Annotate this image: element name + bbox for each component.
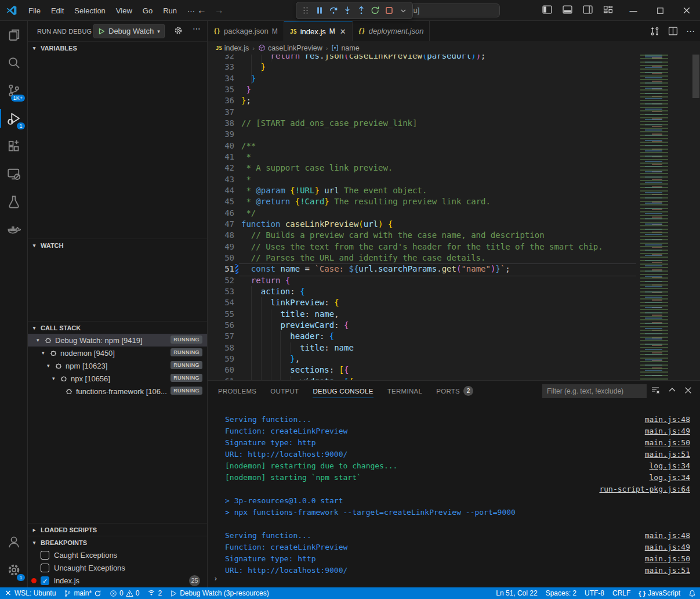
forward-arrow-icon[interactable]: → [215, 5, 224, 16]
code-line-35[interactable]: 35 } [208, 84, 700, 95]
code-line-47[interactable]: 47function caseLinkPreview(url) { [208, 219, 700, 230]
indentation[interactable]: Spaces: 2 [542, 587, 581, 599]
code-line-61[interactable]: 61 widgets: [{ [208, 376, 700, 380]
toggle-sidebar-icon[interactable] [542, 5, 552, 16]
activity-bar-run-and-debug[interactable]: 1 [0, 104, 28, 132]
code-line-32[interactable]: 32 return res.json(caseLinkPreview(parse… [208, 55, 700, 62]
debug-status[interactable]: Debug Watch (3p-resources) [166, 587, 273, 599]
clear-console-icon[interactable] [651, 385, 660, 397]
minimap[interactable] [638, 55, 691, 380]
source-link[interactable]: main.js:48 [645, 530, 690, 542]
minimize-button[interactable]: — [620, 0, 647, 21]
code-line-38[interactable]: 38// [START add_ons_case_preview_link] [208, 118, 700, 129]
call-stack-row[interactable]: functions-framework [106...RUNNING [28, 385, 207, 398]
code-line-56[interactable]: 56 previewCard: { [208, 320, 700, 331]
code-line-53[interactable]: 53 action: { [208, 286, 700, 297]
step-into-button[interactable] [340, 3, 354, 18]
code-line-49[interactable]: 49 // Uses the text from the card's head… [208, 241, 700, 252]
activity-bar-testing[interactable] [0, 188, 28, 216]
customize-layout-icon[interactable] [603, 5, 613, 16]
step-out-button[interactable] [354, 3, 368, 18]
expand-chevron-icon[interactable]: ▾ [47, 363, 55, 369]
expand-chevron-icon[interactable]: ▾ [37, 337, 44, 343]
step-over-button[interactable] [327, 3, 340, 18]
close-panel-icon[interactable] [684, 386, 692, 396]
code-line-42[interactable]: 42 * A support case link preview. [208, 163, 700, 174]
code-line-55[interactable]: 55 title: name, [208, 309, 700, 320]
code-line-48[interactable]: 48 // Builds a preview card with the cas… [208, 230, 700, 241]
code-line-33[interactable]: 33 } [208, 62, 700, 73]
language-mode[interactable]: { }JavaScript [634, 587, 684, 599]
maximize-panel-icon[interactable] [668, 386, 676, 396]
activity-bar-source-control[interactable]: 1K+ [0, 77, 28, 104]
activity-bar-extensions[interactable] [0, 132, 28, 160]
code-line-50[interactable]: 50 // Parses the URL and identify the ca… [208, 252, 700, 264]
console-filter-input[interactable] [542, 384, 647, 398]
code-line-52[interactable]: 52 return { [208, 275, 700, 286]
breadcrumb-item[interactable]: name [341, 44, 359, 52]
pause-button[interactable] [313, 3, 327, 18]
menu-edit[interactable]: Edit [46, 4, 69, 17]
menu-file[interactable]: File [23, 4, 46, 17]
problems-status[interactable]: 00 [106, 587, 143, 599]
menu-run[interactable]: Run [158, 4, 182, 17]
call-stack-row[interactable]: ▾Debug Watch: npm [9419]RUNNING [28, 334, 207, 347]
source-link[interactable]: main.js:49 [645, 425, 690, 437]
code-editor[interactable]: 32 return res.json(caseLinkPreview(parse… [208, 55, 700, 380]
variables-section-header[interactable]: ▾VARIABLES [28, 41, 207, 54]
source-link[interactable]: log.js:34 [650, 472, 690, 483]
tab-package.json[interactable]: {}package.jsonM [208, 21, 284, 41]
compare-changes-icon[interactable] [650, 26, 660, 37]
source-link[interactable]: main.js:51 [645, 565, 690, 576]
cursor-position[interactable]: Ln 51, Col 22 [492, 587, 541, 599]
code-line-59[interactable]: 59 }, [208, 353, 700, 365]
watch-section-header[interactable]: ▾WATCH [28, 239, 207, 251]
maximize-button[interactable] [647, 0, 673, 21]
menu-selection[interactable]: Selection [69, 4, 110, 17]
activity-bar-remote-explorer[interactable] [0, 160, 28, 188]
call-stack-section-header[interactable]: ▾CALL STACK [28, 321, 207, 334]
source-link[interactable]: log.js:34 [650, 460, 690, 472]
toggle-secondary-sidebar-icon[interactable] [583, 5, 593, 16]
code-line-57[interactable]: 57 header: { [208, 331, 700, 342]
code-line-54[interactable]: 54 linkPreview: { [208, 297, 700, 308]
code-line-58[interactable]: 58 title: name [208, 342, 700, 353]
expand-chevron-icon[interactable]: ▾ [42, 350, 49, 356]
expand-chevron-icon[interactable]: ▾ [52, 376, 60, 381]
back-arrow-icon[interactable]: ← [197, 5, 206, 16]
source-link[interactable]: main.js:49 [645, 542, 690, 553]
branch-status[interactable]: main* [60, 587, 106, 599]
activity-bar-accounts[interactable] [0, 528, 28, 556]
breakpoints-section-header[interactable]: ▾BREAKPOINTS [28, 536, 207, 549]
panel-tab-terminal[interactable]: TERMINAL [387, 381, 423, 401]
panel-tab-problems[interactable]: PROBLEMS [218, 381, 256, 401]
breakpoint-row[interactable]: Uncaught Exceptions [28, 561, 207, 574]
panel-tab-output[interactable]: OUTPUT [270, 381, 299, 401]
breakpoint-checkbox[interactable] [41, 564, 49, 572]
eol[interactable]: CRLF [608, 587, 634, 599]
source-link[interactable]: run-script-pkg.js:64 [599, 483, 690, 495]
code-line-45[interactable]: 45 * @return {!Card} The resulting previ… [208, 196, 700, 207]
debug-settings-gear-icon[interactable] [174, 26, 183, 37]
console-prompt-chevron[interactable]: › [213, 574, 218, 583]
breakpoint-checkbox[interactable]: ✓ [41, 576, 49, 585]
code-line-39[interactable]: 39 [208, 129, 700, 140]
activity-bar-search[interactable] [0, 49, 28, 77]
call-stack-row[interactable]: ▾npm [10623]RUNNING [28, 359, 207, 372]
menu-go[interactable]: Go [137, 4, 158, 17]
breakpoint-checkbox[interactable] [41, 551, 49, 560]
code-line-36[interactable]: 36}; [208, 95, 700, 106]
code-line-40[interactable]: 40/** [208, 140, 700, 151]
source-link[interactable]: main.js:48 [645, 414, 690, 425]
breadcrumb-item[interactable]: caseLinkPreview [268, 44, 322, 52]
source-link[interactable]: main.js:50 [645, 437, 690, 449]
tab-index.js[interactable]: JSindex.jsM✕ [284, 21, 353, 41]
code-line-44[interactable]: 44 * @param {!URL} url The event object. [208, 185, 700, 196]
more-actions-icon[interactable]: ⋯ [686, 26, 695, 37]
editor-scrollbar[interactable] [692, 55, 699, 98]
panel-tab-debug-console[interactable]: DEBUG CONSOLE [313, 381, 373, 401]
notifications[interactable] [684, 587, 700, 599]
encoding[interactable]: UTF-8 [581, 587, 608, 599]
breakpoint-row[interactable]: Caught Exceptions [28, 549, 207, 561]
loaded-scripts-section-header[interactable]: ▸LOADED SCRIPTS [28, 523, 207, 536]
